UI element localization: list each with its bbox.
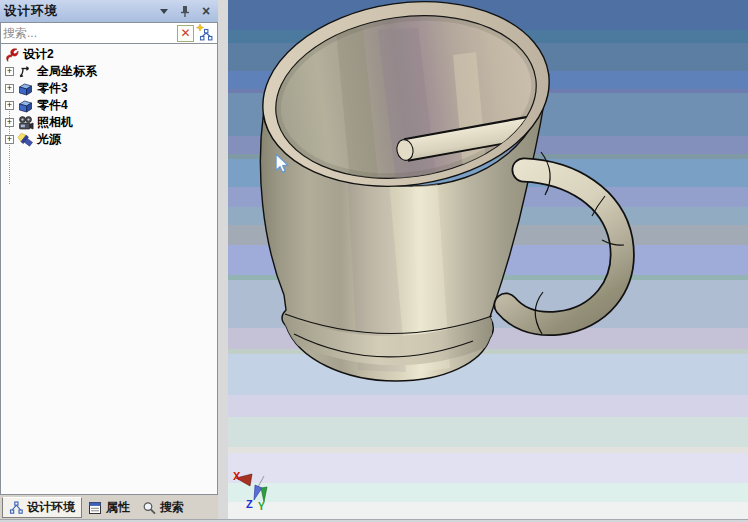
light-source-icon xyxy=(17,132,34,148)
z-axis-arrow xyxy=(254,485,262,500)
expand-toggle[interactable]: + xyxy=(5,67,14,76)
orientation-triad: X Z Y xyxy=(233,470,267,512)
part-icon xyxy=(17,81,34,97)
expand-toggle[interactable]: + xyxy=(5,101,14,110)
design-root-icon xyxy=(3,47,20,63)
expand-toggle[interactable]: + xyxy=(5,84,14,93)
pin-icon xyxy=(179,5,191,18)
design-tree-icon xyxy=(9,501,24,515)
pin-button[interactable] xyxy=(177,4,193,19)
tab-search[interactable]: 搜索 xyxy=(136,497,190,518)
y-axis-label: Y xyxy=(258,501,265,512)
tree-label: 光源 xyxy=(37,131,61,148)
tab-design-environment[interactable]: 设计环境 xyxy=(2,497,82,518)
tab-label: 搜索 xyxy=(160,499,184,516)
expand-toggle[interactable]: + xyxy=(5,118,14,127)
panel-splitter[interactable] xyxy=(218,0,228,519)
coordinate-system-icon xyxy=(17,64,34,80)
search-icon xyxy=(142,501,157,515)
model-tree: 设计2 + 全局坐标系 + xyxy=(0,44,218,495)
close-button[interactable]: × xyxy=(198,4,214,19)
tree-row-design[interactable]: 设计2 xyxy=(1,46,217,63)
tree-row-light-source[interactable]: + 光源 xyxy=(1,131,217,148)
x-axis-label: X xyxy=(233,470,241,482)
panel-title: 设计环境 xyxy=(4,3,151,20)
camera-icon xyxy=(17,115,34,131)
tab-label: 设计环境 xyxy=(27,499,75,516)
chevron-down-icon xyxy=(160,9,168,14)
tree-row-part3[interactable]: + 零件3 xyxy=(1,80,217,97)
z-axis-label: Z xyxy=(246,498,253,510)
tab-label: 属性 xyxy=(106,499,130,516)
tab-properties[interactable]: 属性 xyxy=(82,497,136,518)
tree-label: 照相机 xyxy=(37,114,73,131)
mug-handle xyxy=(506,152,624,334)
tree-label: 零件4 xyxy=(37,97,68,114)
3d-viewport[interactable]: X Z Y xyxy=(228,0,748,519)
tree-row-part4[interactable]: + 零件4 xyxy=(1,97,217,114)
sparkle-icon xyxy=(196,24,203,31)
expand-toggle[interactable]: + xyxy=(5,135,14,144)
tree-row-coordinate-system[interactable]: + 全局坐标系 xyxy=(1,63,217,80)
part-icon xyxy=(17,98,34,114)
search-bar: ✕ xyxy=(0,22,218,44)
search-filter-icon[interactable] xyxy=(196,24,215,42)
application-window: 设计环境 × ✕ xyxy=(0,0,748,522)
design-environment-panel: 设计环境 × ✕ xyxy=(0,0,218,519)
tree-label: 零件3 xyxy=(37,80,68,97)
panel-tab-bar: 设计环境 属性 搜索 xyxy=(0,495,222,519)
tree-label: 全局坐标系 xyxy=(37,63,97,80)
search-input[interactable] xyxy=(3,26,177,40)
tree-row-camera[interactable]: + 照相机 xyxy=(1,114,217,131)
clear-search-button[interactable]: ✕ xyxy=(177,25,194,42)
tree-label: 设计2 xyxy=(23,46,54,63)
properties-icon xyxy=(88,501,103,515)
mug-model xyxy=(251,0,624,381)
viewport-canvas: X Z Y xyxy=(228,0,748,519)
panel-titlebar: 设计环境 × xyxy=(0,0,218,22)
collapse-button[interactable] xyxy=(156,4,172,19)
y-axis-arrow xyxy=(261,487,267,502)
